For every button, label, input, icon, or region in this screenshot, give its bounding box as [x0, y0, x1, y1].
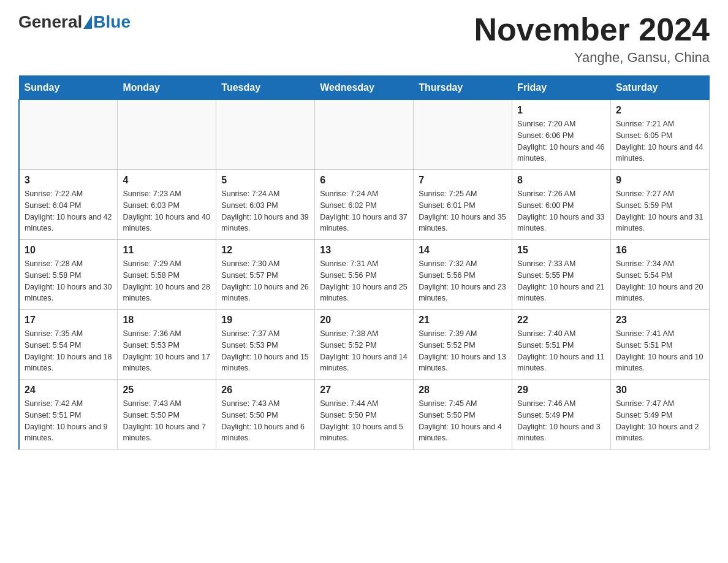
- day-number: 14: [419, 245, 507, 256]
- calendar-cell: 27Sunrise: 7:44 AMSunset: 5:50 PMDayligh…: [315, 380, 414, 450]
- day-number: 20: [320, 315, 408, 326]
- calendar-cell: 3Sunrise: 7:22 AMSunset: 6:04 PMDaylight…: [19, 170, 118, 240]
- day-number: 12: [221, 245, 309, 256]
- calendar-cell: 16Sunrise: 7:34 AMSunset: 5:54 PMDayligh…: [611, 240, 710, 310]
- day-number: 16: [616, 245, 704, 256]
- calendar-cell: 25Sunrise: 7:43 AMSunset: 5:50 PMDayligh…: [118, 380, 216, 450]
- day-number: 3: [25, 175, 112, 186]
- weekday-header-wednesday: Wednesday: [315, 76, 414, 100]
- day-number: 13: [320, 245, 408, 256]
- day-number: 26: [221, 385, 309, 396]
- day-number: 27: [320, 385, 408, 396]
- day-number: 9: [616, 175, 704, 186]
- day-detail: Sunrise: 7:24 AMSunset: 6:02 PMDaylight:…: [320, 188, 408, 234]
- day-detail: Sunrise: 7:46 AMSunset: 5:49 PMDaylight:…: [517, 398, 605, 444]
- day-detail: Sunrise: 7:25 AMSunset: 6:01 PMDaylight:…: [419, 188, 507, 234]
- calendar-cell: 4Sunrise: 7:23 AMSunset: 6:03 PMDaylight…: [118, 170, 216, 240]
- day-number: 24: [25, 385, 112, 396]
- day-number: 11: [123, 245, 211, 256]
- day-number: 8: [517, 175, 605, 186]
- title-block: November 2024 Yanghe, Gansu, China: [474, 12, 710, 66]
- weekday-header-friday: Friday: [512, 76, 611, 100]
- day-number: 2: [616, 105, 704, 116]
- day-number: 30: [616, 385, 704, 396]
- day-detail: Sunrise: 7:34 AMSunset: 5:54 PMDaylight:…: [616, 258, 704, 304]
- calendar-cell: 24Sunrise: 7:42 AMSunset: 5:51 PMDayligh…: [19, 380, 118, 450]
- day-number: 17: [25, 315, 112, 326]
- calendar-cell: 29Sunrise: 7:46 AMSunset: 5:49 PMDayligh…: [512, 380, 611, 450]
- calendar-cell: 12Sunrise: 7:30 AMSunset: 5:57 PMDayligh…: [216, 240, 315, 310]
- calendar-week-3: 10Sunrise: 7:28 AMSunset: 5:58 PMDayligh…: [19, 240, 710, 310]
- day-detail: Sunrise: 7:37 AMSunset: 5:53 PMDaylight:…: [221, 328, 309, 374]
- calendar-cell: [19, 100, 118, 170]
- calendar-cell: 7Sunrise: 7:25 AMSunset: 6:01 PMDaylight…: [414, 170, 512, 240]
- day-detail: Sunrise: 7:30 AMSunset: 5:57 PMDaylight:…: [221, 258, 309, 304]
- day-number: 28: [419, 385, 507, 396]
- calendar-cell: 19Sunrise: 7:37 AMSunset: 5:53 PMDayligh…: [216, 310, 315, 380]
- calendar-cell: 14Sunrise: 7:32 AMSunset: 5:56 PMDayligh…: [414, 240, 512, 310]
- day-detail: Sunrise: 7:23 AMSunset: 6:03 PMDaylight:…: [123, 188, 211, 234]
- calendar-cell: 21Sunrise: 7:39 AMSunset: 5:52 PMDayligh…: [414, 310, 512, 380]
- calendar-cell: 11Sunrise: 7:29 AMSunset: 5:58 PMDayligh…: [118, 240, 216, 310]
- logo: General Blue: [18, 12, 131, 32]
- calendar-week-4: 17Sunrise: 7:35 AMSunset: 5:54 PMDayligh…: [19, 310, 710, 380]
- day-number: 25: [123, 385, 211, 396]
- calendar-cell: 5Sunrise: 7:24 AMSunset: 6:03 PMDaylight…: [216, 170, 315, 240]
- day-detail: Sunrise: 7:36 AMSunset: 5:53 PMDaylight:…: [123, 328, 211, 374]
- calendar-week-2: 3Sunrise: 7:22 AMSunset: 6:04 PMDaylight…: [19, 170, 710, 240]
- calendar-cell: 17Sunrise: 7:35 AMSunset: 5:54 PMDayligh…: [19, 310, 118, 380]
- day-number: 29: [517, 385, 605, 396]
- calendar-cell: 18Sunrise: 7:36 AMSunset: 5:53 PMDayligh…: [118, 310, 216, 380]
- calendar-cell: [315, 100, 414, 170]
- weekday-header-tuesday: Tuesday: [216, 76, 315, 100]
- calendar-table: SundayMondayTuesdayWednesdayThursdayFrid…: [18, 75, 710, 450]
- day-number: 22: [517, 315, 605, 326]
- day-detail: Sunrise: 7:32 AMSunset: 5:56 PMDaylight:…: [419, 258, 507, 304]
- calendar-cell: 8Sunrise: 7:26 AMSunset: 6:00 PMDaylight…: [512, 170, 611, 240]
- day-number: 19: [221, 315, 309, 326]
- calendar-cell: 6Sunrise: 7:24 AMSunset: 6:02 PMDaylight…: [315, 170, 414, 240]
- calendar-cell: 20Sunrise: 7:38 AMSunset: 5:52 PMDayligh…: [315, 310, 414, 380]
- calendar-week-1: 1Sunrise: 7:20 AMSunset: 6:06 PMDaylight…: [19, 100, 710, 170]
- day-detail: Sunrise: 7:20 AMSunset: 6:06 PMDaylight:…: [517, 118, 605, 164]
- day-detail: Sunrise: 7:43 AMSunset: 5:50 PMDaylight:…: [221, 398, 309, 444]
- calendar-cell: 22Sunrise: 7:40 AMSunset: 5:51 PMDayligh…: [512, 310, 611, 380]
- day-detail: Sunrise: 7:40 AMSunset: 5:51 PMDaylight:…: [517, 328, 605, 374]
- page-header: General Blue November 2024 Yanghe, Gansu…: [18, 12, 710, 66]
- day-number: 1: [517, 105, 605, 116]
- calendar-header-row: SundayMondayTuesdayWednesdayThursdayFrid…: [19, 76, 710, 100]
- calendar-cell: [216, 100, 315, 170]
- logo-blue-text: Blue: [93, 12, 131, 32]
- day-detail: Sunrise: 7:33 AMSunset: 5:55 PMDaylight:…: [517, 258, 605, 304]
- day-number: 6: [320, 175, 408, 186]
- calendar-cell: 10Sunrise: 7:28 AMSunset: 5:58 PMDayligh…: [19, 240, 118, 310]
- day-number: 15: [517, 245, 605, 256]
- calendar-cell: 28Sunrise: 7:45 AMSunset: 5:50 PMDayligh…: [414, 380, 512, 450]
- calendar-cell: 15Sunrise: 7:33 AMSunset: 5:55 PMDayligh…: [512, 240, 611, 310]
- calendar-cell: [118, 100, 216, 170]
- day-detail: Sunrise: 7:38 AMSunset: 5:52 PMDaylight:…: [320, 328, 408, 374]
- day-detail: Sunrise: 7:21 AMSunset: 6:05 PMDaylight:…: [616, 118, 704, 164]
- day-detail: Sunrise: 7:42 AMSunset: 5:51 PMDaylight:…: [25, 398, 112, 444]
- calendar-cell: 30Sunrise: 7:47 AMSunset: 5:49 PMDayligh…: [611, 380, 710, 450]
- day-detail: Sunrise: 7:35 AMSunset: 5:54 PMDaylight:…: [25, 328, 112, 374]
- day-detail: Sunrise: 7:29 AMSunset: 5:58 PMDaylight:…: [123, 258, 211, 304]
- location-subtitle: Yanghe, Gansu, China: [474, 50, 710, 66]
- day-detail: Sunrise: 7:27 AMSunset: 5:59 PMDaylight:…: [616, 188, 704, 234]
- calendar-cell: [414, 100, 512, 170]
- calendar-cell: 23Sunrise: 7:41 AMSunset: 5:51 PMDayligh…: [611, 310, 710, 380]
- day-detail: Sunrise: 7:47 AMSunset: 5:49 PMDaylight:…: [616, 398, 704, 444]
- day-detail: Sunrise: 7:44 AMSunset: 5:50 PMDaylight:…: [320, 398, 408, 444]
- day-number: 4: [123, 175, 211, 186]
- calendar-cell: 1Sunrise: 7:20 AMSunset: 6:06 PMDaylight…: [512, 100, 611, 170]
- day-detail: Sunrise: 7:43 AMSunset: 5:50 PMDaylight:…: [123, 398, 211, 444]
- day-detail: Sunrise: 7:31 AMSunset: 5:56 PMDaylight:…: [320, 258, 408, 304]
- day-number: 7: [419, 175, 507, 186]
- weekday-header-sunday: Sunday: [19, 76, 118, 100]
- calendar-week-5: 24Sunrise: 7:42 AMSunset: 5:51 PMDayligh…: [19, 380, 710, 450]
- weekday-header-monday: Monday: [118, 76, 216, 100]
- day-detail: Sunrise: 7:45 AMSunset: 5:50 PMDaylight:…: [419, 398, 507, 444]
- day-number: 23: [616, 315, 704, 326]
- day-number: 5: [221, 175, 309, 186]
- day-detail: Sunrise: 7:24 AMSunset: 6:03 PMDaylight:…: [221, 188, 309, 234]
